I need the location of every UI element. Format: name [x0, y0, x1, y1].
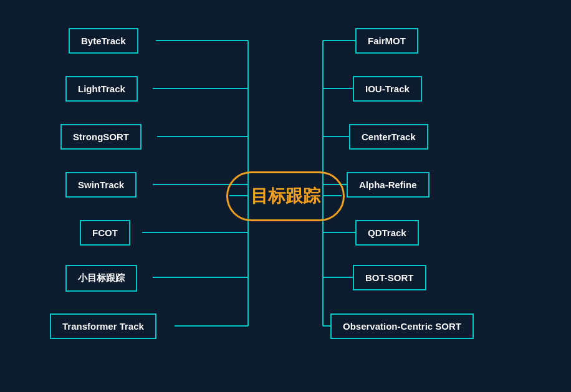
center-node: 目标跟踪: [226, 171, 345, 221]
node-swintrack: SwinTrack: [65, 172, 137, 198]
node-fcot: FCOT: [80, 220, 130, 246]
node-smalltrack: 小目标跟踪: [65, 265, 137, 292]
node-botsort: BOT-SORT: [353, 265, 426, 290]
node-transtrack: Transformer Track: [50, 313, 156, 339]
node-strongsort: StrongSORT: [60, 124, 142, 150]
center-label: 目标跟踪: [251, 186, 320, 206]
diagram-container: 目标跟踪 ByteTrack LightTrack StrongSORT Swi…: [0, 0, 571, 392]
node-bytetrack: ByteTrack: [69, 28, 138, 54]
node-ocsort: Observation-Centric SORT: [330, 313, 474, 339]
node-qdtrack: QDTrack: [355, 220, 419, 246]
node-centertrack: CenterTrack: [349, 124, 428, 150]
node-fairmot: FairMOT: [355, 28, 418, 54]
node-alpharefine: Alpha-Refine: [347, 172, 429, 198]
node-lighttrack: LightTrack: [65, 76, 138, 102]
node-ioutrack: IOU-Track: [353, 76, 422, 102]
